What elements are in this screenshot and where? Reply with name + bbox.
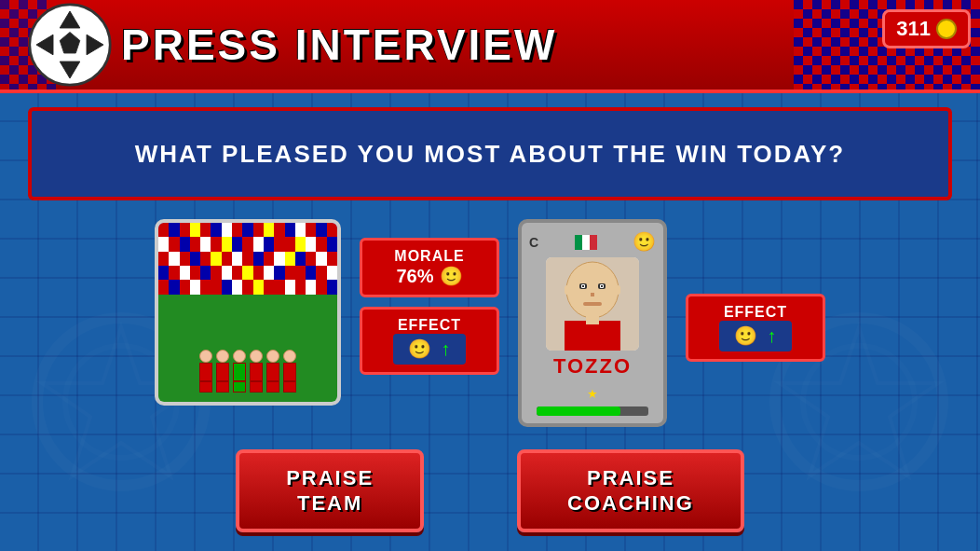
card-top-row: C 🙂 [529,230,656,254]
coin-value: 311 [896,17,931,41]
praise-coaching-line1: PRAISE [587,466,674,489]
player-effect-panel: EFFECT 🙂 ↑ [686,294,825,362]
effect-inner: 🙂 ↑ [393,334,467,365]
question-box: WHAT PLEASED YOU MOST ABOUT THE WIN TODA… [28,107,952,200]
effect-box: EFFECT 🙂 ↑ [360,307,499,375]
morale-label: MORALE [381,248,478,265]
svg-rect-24 [565,285,570,295]
star-rating: ★ [588,382,598,403]
morale-box: MORALE 76% 🙂 [360,238,499,297]
team-photo-card [155,219,341,406]
svg-point-13 [566,262,619,318]
player-figure [199,350,212,393]
player-card: C 🙂 [518,219,667,427]
player-figure-keeper [233,350,246,393]
player-portrait [546,257,639,351]
svg-rect-25 [615,285,620,295]
player-arrow-up-icon: ↑ [766,326,777,348]
italy-flag-icon [575,235,597,250]
arrow-up-icon: ↑ [440,339,451,361]
soccer-ball-icon [28,3,112,87]
morale-emoji: 🙂 [440,265,463,287]
coin-icon [936,19,957,39]
player-figure [283,350,296,393]
health-fill [537,406,620,416]
player-figure [216,350,229,393]
team-stats-panel: MORALE 76% 🙂 EFFECT 🙂 ↑ [360,238,499,375]
svg-rect-23 [586,313,599,324]
effect-label: EFFECT [381,317,478,334]
player-effect-label: EFFECT [707,304,804,321]
player-effect-emoji: 🙂 [734,326,757,348]
health-bar [537,406,648,416]
svg-rect-19 [601,285,603,287]
team-art [158,223,337,402]
cards-area: MORALE 76% 🙂 EFFECT 🙂 ↑ C [0,219,980,427]
player-position: C [529,235,538,250]
player-figure [266,350,279,393]
morale-percent: 76% [396,266,433,287]
star-icon: ★ [588,382,598,403]
player-figure [250,350,263,393]
coin-display: 311 [882,9,971,48]
praise-coaching-button[interactable]: PRAISE COACHING [517,449,744,532]
morale-value: 76% 🙂 [381,265,478,287]
page-title: PRESS INTERVIEW [121,20,557,70]
praise-coaching-line2: COACHING [567,491,694,515]
card-rating-emoji: 🙂 [633,230,656,254]
question-text: WHAT PLEASED YOU MOST ABOUT THE WIN TODA… [135,140,845,169]
praise-team-button[interactable]: PRAISE TEAM [236,449,424,532]
header: PRESS INTERVIEW [0,0,980,93]
effect-emoji: 🙂 [408,339,431,361]
buttons-area: PRAISE TEAM PRAISE COACHING [0,449,980,532]
player-effect-inner: 🙂 ↑ [719,321,793,351]
svg-rect-22 [565,321,620,351]
praise-team-line2: TEAM [297,491,362,515]
svg-rect-21 [583,302,602,306]
effect-value: 🙂 ↑ [381,334,478,365]
player-effect-value: 🙂 ↑ [707,321,804,351]
player-effect-box: EFFECT 🙂 ↑ [686,294,825,362]
praise-team-line1: PRAISE [286,466,374,489]
svg-rect-20 [591,293,594,296]
svg-rect-18 [582,285,584,287]
player-name: TOZZO [553,354,632,379]
